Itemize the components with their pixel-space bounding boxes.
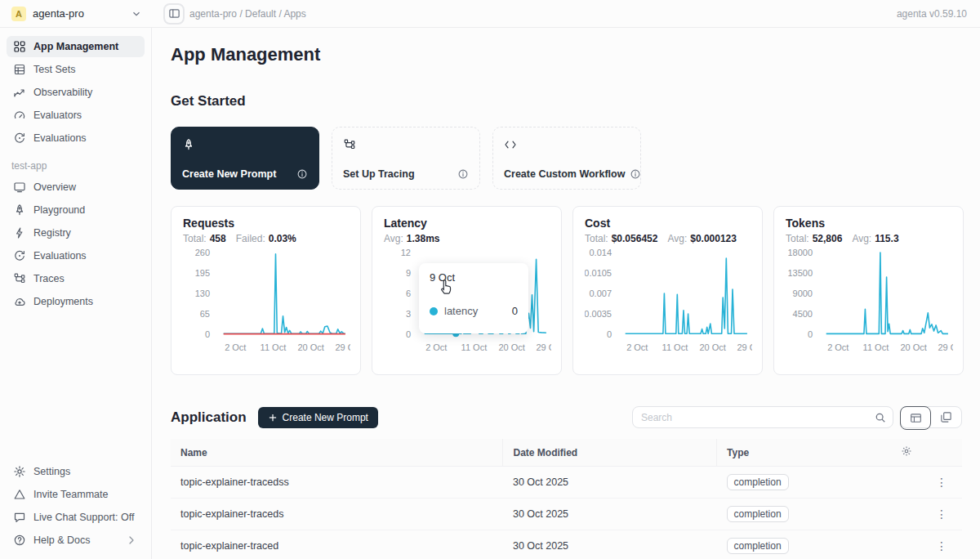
svg-text:11 Oct: 11 Oct: [461, 342, 488, 352]
tree-icon: [343, 136, 359, 153]
metric-title: Requests: [183, 217, 349, 230]
svg-text:2 Oct: 2 Oct: [425, 342, 447, 352]
info-icon[interactable]: [296, 168, 308, 180]
metric-stats: Total:458Failed:0.03%: [183, 233, 349, 244]
workspace-selector[interactable]: A agenta-pro: [0, 7, 152, 21]
create-new-prompt-button[interactable]: Create New Prompt: [258, 407, 378, 428]
column-header-name: Name: [171, 439, 503, 467]
svg-text:195: 195: [195, 268, 210, 278]
cell-app-type: completion: [717, 499, 891, 530]
sidebar-item-label: App Management: [33, 41, 118, 52]
column-header-actions: [891, 439, 962, 467]
svg-text:20 Oct: 20 Oct: [900, 342, 926, 352]
metric-stats: Avg:1.38ms: [384, 233, 550, 244]
chart-cost[interactable]: 00.00350.0070.01050.0142 Oct11 Oct20 Oct…: [585, 244, 752, 360]
sidebar-item-label: Evaluators: [33, 110, 82, 121]
view-toggle: [900, 406, 962, 428]
tooltip-value: 0: [512, 305, 518, 317]
svg-text:0.007: 0.007: [589, 288, 612, 298]
app-version-label: agenta v0.59.10: [897, 8, 980, 20]
get-started-card-create-custom-workflow[interactable]: Create Custom Workflow: [492, 127, 641, 190]
cell-app-type: completion: [717, 530, 891, 559]
table-settings-gear-icon[interactable]: [901, 445, 912, 459]
sidebar-item-evaluations[interactable]: Evaluations: [7, 127, 145, 149]
svg-text:18000: 18000: [787, 248, 813, 257]
sidebar-item-test-sets[interactable]: Test Sets: [7, 59, 145, 80]
row-menu-dots-icon[interactable]: ⋮: [931, 508, 952, 521]
workspace-name: agenta-pro: [33, 7, 124, 20]
table-row[interactable]: topic-explainer-traced 30 Oct 2025 compl…: [171, 530, 962, 559]
sidebar-item-label: Playground: [33, 204, 85, 216]
svg-text:0.0035: 0.0035: [585, 309, 612, 319]
table-row[interactable]: topic-explainer-tracedss 30 Oct 2025 com…: [171, 467, 962, 499]
sidebar-item-label: Overview: [33, 181, 76, 193]
cell-app-name: topic-explainer-traceds: [171, 499, 503, 530]
svg-text:0.0105: 0.0105: [585, 268, 612, 278]
column-header-date-modified: Date Modified: [503, 439, 717, 467]
grid-icon: [13, 40, 26, 53]
info-icon[interactable]: [630, 168, 641, 180]
sidebar-item-traces[interactable]: Traces: [7, 268, 145, 289]
sidebar-item-evaluators[interactable]: Evaluators: [7, 105, 145, 126]
get-started-card-label: Set Up Tracing: [343, 168, 415, 180]
chevron-right-icon: [125, 534, 138, 547]
cell-app-type: completion: [717, 467, 891, 499]
sidebar-item-app-management[interactable]: App Management: [7, 36, 145, 57]
type-badge: completion: [727, 506, 789, 522]
sidebar-item-label: Deployments: [33, 296, 93, 307]
sidebar-item-observability[interactable]: Observability: [7, 82, 145, 103]
table-row[interactable]: topic-explainer-traceds 30 Oct 2025 comp…: [171, 499, 962, 530]
metric-stat: Total:$0.056452: [585, 233, 657, 244]
metric-stats: Total:52,806Avg:115.3: [786, 233, 951, 244]
svg-text:11 Oct: 11 Oct: [261, 342, 287, 352]
sidebar-item-deployments[interactable]: Deployments: [7, 291, 145, 312]
tree-icon: [13, 272, 26, 285]
row-menu-dots-icon[interactable]: ⋮: [931, 539, 952, 552]
breadcrumb: agenta-pro / Default / Apps: [189, 8, 306, 20]
metric-stat: Avg:$0.000123: [667, 233, 737, 244]
svg-text:4500: 4500: [793, 309, 813, 319]
chart-requests[interactable]: 0651301952602 Oct11 Oct20 Oct29 Oct: [183, 244, 350, 360]
svg-text:11 Oct: 11 Oct: [863, 342, 889, 352]
create-new-prompt-label: Create New Prompt: [283, 412, 368, 423]
svg-text:2 Oct: 2 Oct: [225, 342, 246, 352]
metric-stat: Avg:1.38ms: [384, 233, 440, 244]
svg-text:13500: 13500: [787, 268, 813, 278]
search-icon[interactable]: [875, 412, 886, 423]
row-menu-dots-icon[interactable]: ⋮: [931, 476, 952, 489]
sidebar-item-label: Observability: [33, 87, 92, 98]
chat-icon: [13, 511, 26, 524]
mouse-cursor-icon: [438, 279, 453, 299]
get-started-card-create-new-prompt[interactable]: Create New Prompt: [171, 127, 319, 190]
svg-text:29 Oct: 29 Oct: [938, 342, 953, 352]
tooltip-series-label: latency: [444, 305, 478, 317]
code-icon: [504, 136, 520, 153]
table-icon: [13, 63, 26, 76]
info-icon[interactable]: [457, 168, 469, 180]
tooltip-series-dot: [430, 307, 438, 315]
table-view-button[interactable]: [900, 406, 931, 430]
table-view-icon: [910, 412, 922, 424]
refresh-icon: [13, 132, 26, 145]
get-started-card-set-up-tracing[interactable]: Set Up Tracing: [332, 127, 480, 190]
search-box: [632, 406, 893, 428]
sidebar-item-invite-teammate[interactable]: Invite Teammate: [7, 484, 145, 505]
chart-tooltip: 9 Oct latency 0: [419, 263, 528, 333]
search-input[interactable]: [641, 412, 875, 423]
sidebar-group-label: test-app: [7, 150, 145, 177]
svg-text:260: 260: [195, 248, 210, 257]
metric-card-cost: Cost Total:$0.056452Avg:$0.000123 00.003…: [572, 206, 763, 375]
sidebar-item-settings[interactable]: Settings: [7, 461, 145, 482]
sidebar-item-evaluations[interactable]: Evaluations: [7, 245, 145, 266]
sidebar-collapse-button[interactable]: [163, 3, 185, 25]
card-view-button[interactable]: [930, 407, 961, 427]
sidebar-app-list: Overview Playground Registry Evaluations…: [7, 177, 145, 314]
sidebar-item-help-docs[interactable]: Help & Docs: [7, 530, 145, 551]
sidebar-item-live-chat-support-off[interactable]: Live Chat Support: Off: [7, 507, 145, 528]
sidebar-item-playground[interactable]: Playground: [7, 199, 145, 221]
chart-tokens[interactable]: 04500900013500180002 Oct11 Oct20 Oct29 O…: [786, 244, 953, 360]
sidebar-item-registry[interactable]: Registry: [7, 222, 145, 244]
workspace-avatar: A: [11, 7, 26, 21]
svg-text:0: 0: [205, 329, 210, 339]
sidebar-item-overview[interactable]: Overview: [7, 177, 145, 198]
